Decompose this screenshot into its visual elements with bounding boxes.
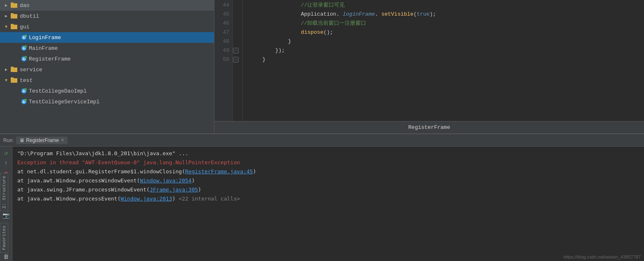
code-line-49: }); — [249, 46, 644, 55]
folder-icon — [11, 77, 18, 84]
tree-item-dbutil[interactable]: ▶ dbutil — [0, 11, 214, 21]
run-tab[interactable]: 🖥 RegisterFrame ✕ — [16, 137, 67, 144]
arrow-icon: ▶ — [5, 14, 11, 19]
svg-rect-2 — [11, 14, 17, 19]
tree-item-test[interactable]: ▼ test — [0, 75, 214, 86]
run-tab-name: RegisterFrame — [26, 137, 59, 143]
line-numbers: 44 45 46 47 48 49 50 — [214, 0, 233, 121]
link-JFrame-305[interactable]: JFrame.java:305 — [150, 186, 198, 193]
svg-rect-21 — [11, 78, 17, 83]
link-RegisterFrame-45[interactable]: RegisterFrame.java:45 — [185, 168, 253, 175]
svg-rect-22 — [11, 77, 14, 79]
output-line-5: at javax.swing.JFrame.processWindowEvent… — [17, 185, 639, 194]
tree-item-gui[interactable]: ▼ gui — [0, 21, 214, 32]
structure-tab-label: Z: Structure — [2, 176, 7, 208]
svg-rect-1 — [11, 2, 14, 4]
svg-point-14 — [24, 45, 27, 48]
tree-item-label: TestCollegeServiceImpl — [29, 99, 100, 105]
svg-rect-19 — [11, 68, 17, 72]
link-Window-2054[interactable]: Window.java:2054 — [140, 177, 191, 184]
tree-item-label: TestCollegeDaoImpl — [29, 88, 87, 94]
java-icon: C ✓ — [21, 34, 27, 41]
output-line-1: "D:\Program Files\Java\jdk1.8.0_201\bin\… — [17, 149, 639, 158]
tree-item-label: RegisterFrame — [29, 56, 71, 62]
svg-point-30 — [24, 99, 27, 101]
tree-item-label: LoginFrame — [29, 35, 61, 41]
camera-button[interactable]: 📷 — [2, 212, 11, 219]
trash-button[interactable]: 🗑 — [2, 253, 11, 261]
tree-item-label: dao — [20, 2, 29, 9]
favorites-tab-label: Favorites — [2, 226, 7, 250]
folder-icon — [11, 66, 18, 73]
arrow-icon: ▼ — [5, 25, 11, 29]
tree-item-TestCollegeServiceImpl[interactable]: C TestCollegeServiceImpl — [0, 96, 214, 107]
code-line-48: } — [249, 37, 644, 46]
code-lines: //让登录窗口可见 Application. loginFrame. setVi… — [243, 0, 644, 121]
output-line-2: Exception in thread "AWT-EventQueue-0" j… — [17, 158, 639, 167]
run-label: Run: — [3, 137, 14, 143]
folder-icon — [11, 2, 18, 9]
tree-item-service[interactable]: ▶ service — [0, 64, 214, 75]
svg-point-18 — [24, 56, 27, 58]
folder-icon — [11, 23, 18, 30]
arrow-icon: ▼ — [5, 78, 11, 83]
fold-icon-49[interactable]: − — [233, 48, 239, 54]
output-line-3: at net.dl.student.gui.RegisterFrame$1.wi… — [17, 167, 639, 176]
code-line-50: } — [249, 55, 644, 64]
java-icon: C — [21, 98, 27, 105]
tree-item-label: gui — [20, 24, 29, 30]
output-line-6: at java.awt.Window.processEvent(Window.j… — [17, 194, 639, 203]
tree-item-TestCollegeDaoImpl[interactable]: C TestCollegeDaoImpl — [0, 86, 214, 96]
tree-item-MainFrame[interactable]: C MainFrame — [0, 43, 214, 54]
code-editor: 44 45 46 47 48 49 50 − — [214, 0, 644, 133]
folder-icon — [11, 13, 18, 19]
tree-item-dao[interactable]: ▶ dao — [0, 0, 214, 11]
svg-rect-5 — [11, 24, 14, 25]
code-line-45: Application. loginFrame. setVisible(true… — [249, 10, 644, 19]
tree-item-label: test — [20, 77, 33, 84]
svg-rect-3 — [11, 13, 14, 14]
svg-text:C: C — [23, 90, 25, 93]
tree-item-label: service — [20, 67, 42, 73]
arrow-icon: ▶ — [5, 67, 11, 72]
code-line-44: //让登录窗口可见 — [249, 1, 644, 10]
java-icon: C — [21, 45, 27, 51]
run-tab-bar: Run: 🖥 RegisterFrame ✕ — [0, 134, 644, 147]
svg-text:C: C — [23, 47, 25, 50]
fold-icon-50[interactable]: − — [233, 57, 239, 63]
java-icon: C — [21, 56, 27, 62]
link-Window-2013[interactable]: Window.java:2013 — [120, 196, 172, 202]
scroll-up-button[interactable]: ↑ — [2, 159, 11, 167]
svg-rect-20 — [11, 67, 14, 68]
rerun-button[interactable]: ↺ — [2, 149, 11, 157]
svg-rect-0 — [11, 3, 17, 8]
code-line-47: dispose(); — [249, 28, 644, 37]
svg-text:✓: ✓ — [25, 35, 26, 37]
svg-text:C: C — [23, 58, 25, 61]
svg-point-26 — [24, 88, 27, 91]
tree-item-label: MainFrame — [29, 45, 58, 51]
code-tooltip: RegisterFrame — [408, 124, 450, 130]
tree-item-LoginFrame[interactable]: C ✓ LoginFrame — [0, 32, 214, 43]
svg-text:C: C — [23, 100, 25, 104]
run-tab-close-button[interactable]: ✕ — [61, 137, 64, 143]
run-tab-icon: 🖥 — [19, 137, 24, 143]
tree-item-RegisterFrame[interactable]: C RegisterFrame — [0, 54, 214, 64]
watermark: https://blog.csdn.net/weixin_43857787 — [564, 254, 641, 259]
favorites-tab[interactable]: Favorites — [0, 223, 8, 253]
file-tree: ▶ dao ▶ dbutil ▼ gui — [0, 0, 214, 133]
structure-tab[interactable]: Z: Structure — [0, 173, 8, 211]
tree-item-label: dbutil — [20, 13, 39, 19]
java-icon: C — [21, 88, 27, 94]
code-line-46: //卸载当前窗口一注册窗口 — [249, 19, 644, 28]
run-panel: Run: 🖥 RegisterFrame ✕ ↺ ↑ ■ ↓ ⏸ ⇉ 📷 ⚙ ✕… — [0, 133, 644, 261]
arrow-icon: ▶ — [5, 3, 11, 8]
output-line-4: at java.awt.Window.processWindowEvent(Wi… — [17, 176, 639, 185]
svg-rect-4 — [11, 25, 17, 29]
run-output: "D:\Program Files\Java\jdk1.8.0_201\bin\… — [12, 147, 644, 261]
